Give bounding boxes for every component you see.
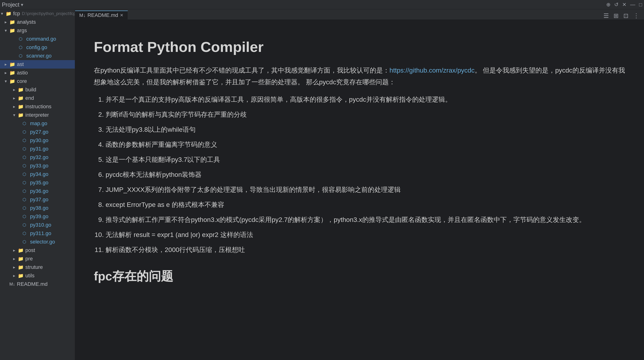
go-file-icon: ⬡ [22, 214, 29, 219]
sidebar-item-label: py35.go [30, 180, 48, 186]
sidebar-item-label: command.go [26, 36, 56, 42]
go-file-icon: ⬡ [22, 163, 29, 168]
sidebar-item-py311-go[interactable]: ⬡ py311.go [0, 229, 75, 238]
sidebar-item-end[interactable]: ▸ 📁 end [0, 94, 75, 102]
go-file-icon: ⬡ [22, 222, 29, 228]
sidebar-item-label: py36.go [30, 188, 48, 194]
sidebar-item-interpreter[interactable]: ▾ 📁 interpreter [0, 111, 75, 119]
sidebar-item-py35-go[interactable]: ⬡ py35.go [0, 178, 75, 187]
sidebar-item-selector-go[interactable]: ⬡ selector.go [0, 238, 75, 246]
sidebar-item-label: py311.go [30, 230, 52, 236]
sidebar: ▾ 📁 fcp D:\project\python_project\fcp ▸ … [0, 10, 75, 360]
list-item: 无法解析 result = expr1 (and |or) expr2 这样的语… [106, 228, 625, 241]
sidebar-item-fcp[interactable]: ▾ 📁 fcp D:\project\python_project\fcp [0, 10, 75, 18]
sidebar-item-post[interactable]: ▸ 📁 post [0, 246, 75, 255]
sidebar-item-py30-go[interactable]: ⬡ py30.go [0, 136, 75, 145]
folder-icon: 📁 [10, 62, 16, 67]
dropdown-arrow-icon[interactable]: ▾ [21, 2, 23, 8]
sidebar-item-map-go[interactable]: ⬡ map.go [0, 119, 75, 128]
sidebar-item-instructions[interactable]: ▸ 📁 instructions [0, 102, 75, 111]
tab-readme-md[interactable]: M↓ README.md ✕ [75, 11, 128, 20]
tab-label: README.md [88, 12, 118, 18]
sidebar-item-py39-go[interactable]: ⬡ py39.go [0, 212, 75, 221]
minimize-icon[interactable]: — [630, 2, 635, 8]
go-file-icon: ⬡ [22, 197, 29, 202]
list-item: 并不是一个真正的支持py高版本的反编译器工具，原因很简单，高版本的很多指令，py… [106, 93, 625, 106]
list-item: 判断if语句的解析与真实的字节码存在严重的分歧 [106, 108, 625, 121]
sidebar-item-py38-go[interactable]: ⬡ py38.go [0, 204, 75, 212]
go-file-icon: ⬡ [22, 138, 29, 143]
folder-open-icon: 📁 [10, 28, 16, 33]
folder-icon: 📁 [10, 19, 16, 25]
go-file-icon: ⬡ [22, 121, 29, 126]
sidebar-item-py36-go[interactable]: ⬡ py36.go [0, 187, 75, 195]
close-icon[interactable]: ✕ [622, 2, 626, 8]
project-label[interactable]: Project [2, 2, 20, 8]
sidebar-item-readme-md[interactable]: M↓ README.md [0, 280, 75, 288]
sidebar-item-scanner-go[interactable]: ⬡ scanner.go [0, 52, 75, 60]
go-file-icon: ⬡ [19, 45, 25, 50]
arrow-icon: ▸ [13, 265, 18, 270]
go-file-icon: ⬡ [19, 53, 25, 59]
content-list: 并不是一个真正的支持py高版本的反编译器工具，原因很简单，高版本的很多指令，py… [94, 93, 625, 256]
maximize-icon[interactable]: □ [639, 2, 642, 8]
sidebar-item-core[interactable]: ▾ 📁 core [0, 77, 75, 86]
sidebar-item-py34-go[interactable]: ⬡ py34.go [0, 170, 75, 178]
navigate-back-icon[interactable]: ⊕ [606, 2, 610, 8]
arrow-icon: ▾ [13, 113, 18, 118]
arrow-icon: ▸ [5, 62, 10, 67]
sidebar-item-ast[interactable]: ▸ 📁 ast [0, 60, 75, 69]
sidebar-item-astio[interactable]: ▸ 📁 astio [0, 69, 75, 77]
go-file-icon: ⬡ [19, 36, 25, 42]
sidebar-item-command-go[interactable]: ⬡ command.go [0, 35, 75, 43]
arrow-icon: ▾ [5, 79, 10, 84]
content-area: M↓ README.md ✕ ☰ ⊞ ⊡ ⋮ Format Python Com… [75, 10, 644, 360]
sidebar-item-label: py30.go [30, 137, 48, 144]
sidebar-item-py33-go[interactable]: ⬡ py33.go [0, 162, 75, 170]
list-item: pycdc根本无法解析python装饰器 [106, 168, 625, 181]
folder-icon: 📁 [18, 95, 24, 101]
sidebar-item-build[interactable]: ▸ 📁 build [0, 86, 75, 94]
sidebar-item-label: analysts [17, 19, 36, 25]
md-tab-icon: M↓ [79, 13, 86, 18]
list-item: 这是一个基本只能翻译py3.7以下的工具 [106, 153, 625, 166]
sidebar-item-config-go[interactable]: ⬡ config.go [0, 43, 75, 52]
editor-area[interactable]: Format Python Compiler 在python反编译工具里面其中已… [75, 20, 644, 360]
sidebar-item-pre[interactable]: ▸ 📁 pre [0, 255, 75, 263]
tab-close-button[interactable]: ✕ [120, 13, 124, 18]
folder-icon: 📁 [18, 273, 24, 278]
arrow-icon: ▸ [13, 273, 18, 278]
sidebar-item-utils[interactable]: ▸ 📁 utils [0, 271, 75, 280]
main-layout: ▾ 📁 fcp D:\project\python_project\fcp ▸ … [0, 10, 644, 360]
sidebar-item-label: py27.go [30, 129, 48, 135]
list-item: 函数的参数解析严重偏离字节码的意义 [106, 138, 625, 151]
folder-icon: 📁 [10, 70, 16, 76]
sidebar-item-py310-go[interactable]: ⬡ py310.go [0, 221, 75, 229]
content-h2: fpc存在的问题 [94, 268, 625, 285]
sidebar-item-label: py37.go [30, 197, 48, 203]
sidebar-item-label: config.go [26, 44, 47, 51]
sidebar-item-py27-go[interactable]: ⬡ py27.go [0, 128, 75, 136]
sidebar-item-py31-go[interactable]: ⬡ py31.go [0, 145, 75, 153]
refresh-icon[interactable]: ↺ [614, 2, 618, 8]
list-item: 推导式的解析工作严重不符合python3.x的模式(pycdc采用py2.7的解… [106, 213, 625, 226]
view-list-icon[interactable]: ☰ [604, 12, 609, 20]
arrow-icon: ▸ [13, 96, 18, 101]
sidebar-item-analysts[interactable]: ▸ 📁 analysts [0, 18, 75, 26]
sidebar-item-py37-go[interactable]: ⬡ py37.go [0, 195, 75, 204]
more-options-icon[interactable]: ⋮ [633, 12, 639, 20]
folder-icon: 📁 [18, 264, 24, 270]
sidebar-item-label: selector.go [30, 239, 55, 245]
view-split-icon[interactable]: ⊞ [614, 12, 619, 20]
view-grid-icon[interactable]: ⊡ [623, 12, 628, 20]
sidebar-item-args[interactable]: ▾ 📁 args [0, 26, 75, 35]
sidebar-item-label: py32.go [30, 154, 48, 160]
sidebar-item-py32-go[interactable]: ⬡ py32.go [0, 153, 75, 162]
folder-icon: 📁 [18, 104, 24, 109]
pycdc-link[interactable]: https://github.com/zrax/pycdc [390, 67, 474, 74]
sidebar-item-struture[interactable]: ▸ 📁 struture [0, 263, 75, 271]
sidebar-item-label: interpreter [25, 112, 49, 118]
md-file-icon: M↓ [10, 282, 16, 287]
sidebar-item-label: py33.go [30, 163, 48, 169]
arrow-icon: ▾ [5, 28, 10, 33]
